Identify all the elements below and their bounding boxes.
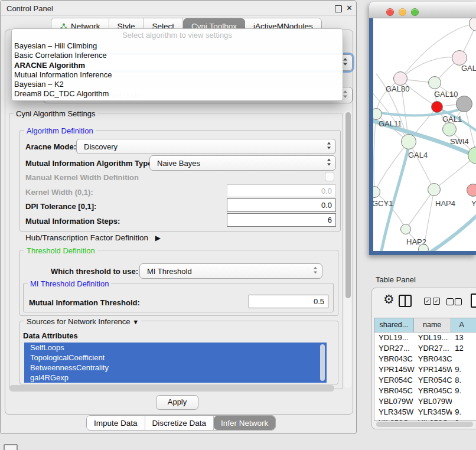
settings-gear-icon[interactable]: ⚙ bbox=[383, 292, 395, 306]
table-horizontal-scrollbar[interactable] bbox=[376, 422, 473, 427]
table-cell: YLR345W bbox=[415, 407, 452, 418]
network-node-gal1[interactable] bbox=[442, 122, 457, 136]
network-node-hap2[interactable] bbox=[400, 224, 411, 234]
table-cell: YBR045C bbox=[374, 386, 415, 396]
tab-infer-network[interactable]: Infer Network bbox=[214, 416, 275, 430]
table-row[interactable]: YER054CYER054C8. bbox=[374, 375, 476, 386]
expanded-arrow-icon: ▼ bbox=[132, 318, 139, 325]
settings-horizontal-scrollbar[interactable] bbox=[9, 385, 334, 392]
network-edge[interactable] bbox=[409, 142, 434, 190]
mi-steps-input[interactable] bbox=[227, 213, 336, 227]
aracne-mode-label: Aracne Mode: bbox=[25, 142, 76, 151]
network-edge[interactable] bbox=[374, 114, 376, 192]
mi-algorithm-type-combo[interactable]: Naive Bayes bbox=[149, 155, 336, 171]
new-table-icon[interactable] bbox=[471, 294, 476, 308]
table-cell: YIL052C bbox=[374, 418, 415, 421]
zoom-traffic-light[interactable] bbox=[411, 8, 419, 16]
network-node[interactable] bbox=[431, 101, 443, 113]
table-cell: YDR27... bbox=[374, 343, 415, 354]
network-node[interactable] bbox=[456, 96, 472, 112]
list-scrollbar-thumb[interactable] bbox=[320, 344, 325, 381]
sources-expander[interactable]: Sources for Network Inference ▼ bbox=[24, 317, 141, 326]
manual-kernel-width-label: Manual Kernel Width Definition bbox=[25, 173, 139, 182]
column-header[interactable]: name bbox=[414, 318, 451, 332]
column-header[interactable]: A bbox=[451, 318, 476, 332]
table-row[interactable]: YDR27...YDR27...12 bbox=[374, 343, 476, 354]
tab-impute-data[interactable]: Impute Data bbox=[87, 416, 145, 430]
manual-kernel-width-checkbox[interactable] bbox=[325, 172, 334, 181]
table-row[interactable]: YLR345WYLR345W9. bbox=[374, 407, 476, 418]
stepper-icon bbox=[327, 158, 331, 168]
table-cell: YDL19... bbox=[415, 332, 452, 343]
table-cell: YPR145W bbox=[374, 364, 415, 375]
node-label: HAP4 bbox=[435, 199, 455, 208]
attribute-list-item[interactable]: SelfLoops bbox=[24, 343, 327, 353]
network-edge-highlighted[interactable] bbox=[426, 213, 476, 251]
table-row[interactable]: YBR045CYBR045C9. bbox=[374, 386, 476, 396]
network-edge-highlighted[interactable] bbox=[381, 144, 409, 251]
stepper-icon bbox=[313, 266, 318, 276]
network-node-gal10[interactable] bbox=[428, 76, 441, 89]
float-window-icon[interactable] bbox=[335, 5, 342, 12]
hub-expander[interactable]: Hub/Transcription Factor Definition ▶ bbox=[25, 233, 161, 242]
split-columns-icon[interactable] bbox=[399, 295, 412, 307]
column-header[interactable]: shared... bbox=[374, 318, 414, 332]
mi-threshold-input[interactable] bbox=[249, 295, 328, 308]
which-threshold-combo[interactable]: MI Threshold bbox=[139, 263, 322, 279]
kernel-width-label: Kernel Width (0,1): bbox=[25, 188, 93, 197]
dropdown-option[interactable]: Mutual Information Inference bbox=[12, 70, 343, 80]
data-attributes-list[interactable]: SelfLoopsTopologicalCoefficientBetweenne… bbox=[24, 343, 327, 383]
select-all-checkbox-icon-2[interactable]: ✓ bbox=[433, 298, 440, 305]
kernel-width-input[interactable] bbox=[227, 184, 336, 197]
apply-button[interactable]: Apply bbox=[156, 395, 198, 410]
dock-widget-icon[interactable] bbox=[4, 444, 18, 450]
dropdown-option[interactable]: Basic Correlation Inference bbox=[12, 51, 343, 60]
minimize-traffic-light[interactable] bbox=[399, 8, 406, 16]
table-cell bbox=[452, 354, 476, 364]
dropdown-option[interactable]: ARACNE Algorithm bbox=[12, 61, 343, 70]
table-row[interactable]: YIL052CYIL052C9. bbox=[374, 418, 476, 421]
dropdown-option[interactable]: Dream8 DC_TDC Algorithm bbox=[12, 89, 343, 99]
table-cell: YIL052C bbox=[415, 418, 452, 421]
algorithm-dropdown-popup: Select algorithm to view settings Bayesi… bbox=[11, 28, 343, 101]
network-node[interactable] bbox=[418, 244, 429, 251]
network-window-titlebar[interactable] bbox=[369, 2, 476, 18]
network-edge[interactable] bbox=[406, 190, 434, 229]
combo-value: Discovery bbox=[84, 142, 322, 151]
dropdown-option[interactable]: Bayesian – Hill Climbing bbox=[12, 41, 343, 51]
tab-discretize-data[interactable]: Discretize Data bbox=[145, 416, 214, 430]
table-row[interactable]: YPR145WYPR145W9. bbox=[374, 364, 476, 375]
table-cell: YBR045C bbox=[415, 386, 452, 396]
network-node-gal4[interactable] bbox=[401, 134, 416, 149]
close-icon[interactable]: ✕ bbox=[346, 4, 353, 12]
node-label: GAL11 bbox=[379, 119, 402, 128]
table-row[interactable]: YBL079WYBL079W bbox=[374, 396, 476, 407]
table-cell: YER054C bbox=[374, 375, 415, 386]
control-panel-titlebar[interactable]: Control Panel ✕ bbox=[1, 1, 356, 16]
attribute-list-item[interactable]: BetweennessCentrality bbox=[24, 363, 327, 373]
stepper-icon bbox=[343, 57, 348, 68]
scrollbar-thumb[interactable] bbox=[345, 112, 351, 298]
table-panel: ⚙ ✓ ✓ shared...nameA YDL19...YDL19...13Y… bbox=[371, 288, 476, 429]
network-node-hap4[interactable] bbox=[428, 183, 441, 196]
dpi-tolerance-input[interactable] bbox=[227, 198, 336, 212]
deselect-checkbox-icon-2[interactable] bbox=[455, 298, 462, 305]
table-row[interactable]: YBR043CYBR043C bbox=[374, 354, 476, 364]
close-traffic-light[interactable] bbox=[386, 8, 394, 16]
table-cell bbox=[452, 396, 476, 407]
combo-value: MI Threshold bbox=[147, 267, 309, 276]
aracne-mode-combo[interactable]: Discovery bbox=[76, 139, 336, 154]
attribute-list-item[interactable]: TopologicalCoefficient bbox=[24, 353, 327, 363]
control-panel-window: Control Panel ✕ Network Style Select Cyn… bbox=[0, 0, 357, 434]
table-cell: YBR043C bbox=[415, 354, 452, 364]
network-node-y[interactable] bbox=[467, 184, 476, 197]
attribute-list-item[interactable]: gal4RGexp bbox=[24, 373, 327, 383]
deselect-checkbox-icon[interactable] bbox=[446, 298, 454, 305]
network-canvas[interactable]: GALGAL80GAL10GAL1GAL11GAL4SWI4GCY1HAP4YH… bbox=[373, 18, 476, 251]
dropdown-option[interactable]: Bayesian – K2 bbox=[12, 80, 343, 89]
combo-value: Naive Bayes bbox=[157, 159, 322, 168]
table-row[interactable]: YDL19...YDL19...13 bbox=[374, 332, 476, 343]
settings-vertical-scrollbar[interactable] bbox=[344, 110, 351, 388]
network-node-gal80[interactable] bbox=[393, 71, 407, 86]
select-all-checkbox-icon[interactable]: ✓ bbox=[424, 298, 431, 305]
